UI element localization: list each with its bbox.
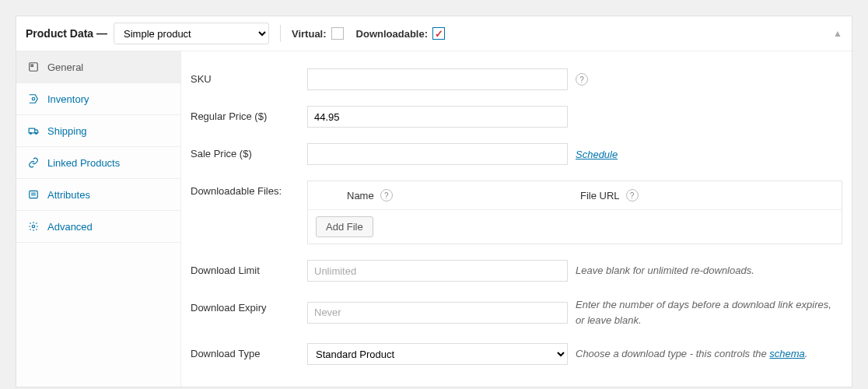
download-expiry-label: Download Expiry [191, 297, 307, 314]
svg-point-9 [32, 225, 35, 228]
row-regular-price: Regular Price ($) [181, 98, 852, 135]
tab-label: Attributes [47, 189, 90, 201]
tab-general[interactable]: General [16, 51, 180, 83]
regular-price-label: Regular Price ($) [191, 106, 307, 122]
tab-linked-products[interactable]: Linked Products [16, 147, 180, 179]
svg-point-2 [32, 97, 35, 100]
row-downloadable-files: Downloadable Files: Name ? File URL ? [181, 173, 852, 252]
schema-link[interactable]: schema [769, 348, 805, 359]
download-type-help: Choose a download type - this controls t… [576, 346, 807, 362]
tab-label: General [47, 61, 83, 73]
panel-header: Product Data — Simple product Virtual: D… [16, 16, 852, 51]
help-icon[interactable]: ? [576, 73, 588, 86]
files-footer: Add File [308, 210, 842, 244]
download-type-label: Download Type [191, 343, 307, 359]
virtual-label: Virtual: [292, 28, 327, 40]
downloadable-checkbox[interactable] [432, 27, 445, 40]
row-sku: SKU ? [181, 61, 852, 98]
downloadable-files-label: Downloadable Files: [191, 180, 307, 197]
help-icon[interactable]: ? [626, 189, 639, 202]
truck-icon [27, 124, 40, 137]
download-type-select[interactable]: Standard Product [307, 343, 568, 365]
wrench-icon [27, 61, 40, 73]
tab-content-general: SKU ? Regular Price ($) Sale Price ($) S… [181, 51, 852, 387]
tab-attributes[interactable]: Attributes [16, 179, 180, 211]
downloadable-checkbox-wrap: Downloadable: [356, 27, 445, 40]
tab-shipping[interactable]: Shipping [16, 115, 180, 147]
downloadable-files-table: Name ? File URL ? Add File [307, 180, 842, 244]
collapse-icon[interactable]: ▲ [833, 28, 842, 39]
col-name-label: Name [347, 190, 374, 202]
sku-label: SKU [191, 68, 307, 85]
sale-price-label: Sale Price ($) [191, 143, 307, 159]
product-type-select[interactable]: Simple product [114, 23, 269, 44]
files-header: Name ? File URL ? [308, 181, 842, 210]
tab-inventory[interactable]: Inventory [16, 83, 180, 115]
tab-label: Advanced [47, 221, 93, 233]
link-icon [27, 156, 40, 169]
svg-rect-3 [29, 128, 35, 133]
regular-price-input[interactable] [307, 106, 568, 128]
virtual-checkbox-wrap: Virtual: [292, 27, 344, 40]
tab-label: Linked Products [47, 157, 120, 169]
tab-advanced[interactable]: Advanced [16, 211, 180, 243]
downloadable-label: Downloadable: [356, 28, 428, 40]
sidebar: General Inventory Shipping Linked Produc… [16, 51, 181, 387]
tab-label: Inventory [47, 93, 89, 105]
clipboard-icon [27, 93, 40, 105]
download-expiry-input[interactable] [307, 302, 568, 324]
panel-body: General Inventory Shipping Linked Produc… [16, 51, 852, 387]
download-limit-help: Leave blank for unlimited re-downloads. [576, 263, 754, 279]
panel-title: Product Data — [26, 27, 107, 40]
product-data-panel: Product Data — Simple product Virtual: D… [16, 16, 852, 387]
add-file-button[interactable]: Add File [316, 216, 373, 237]
row-sale-price: Sale Price ($) Schedule [181, 135, 852, 173]
download-expiry-help: Enter the number of days before a downlo… [576, 297, 840, 328]
download-limit-label: Download Limit [191, 260, 307, 276]
virtual-checkbox[interactable] [331, 27, 344, 40]
list-icon [27, 188, 40, 201]
row-download-limit: Download Limit Leave blank for unlimited… [181, 252, 852, 289]
sale-price-input[interactable] [307, 143, 568, 165]
tab-label: Shipping [47, 125, 87, 137]
help-icon[interactable]: ? [380, 189, 393, 202]
download-limit-input[interactable] [307, 260, 568, 282]
gear-icon [27, 220, 40, 233]
row-download-expiry: Download Expiry Enter the number of days… [181, 289, 852, 335]
col-url-label: File URL [580, 190, 620, 202]
col-url: File URL ? [580, 189, 803, 202]
schedule-link[interactable]: Schedule [576, 149, 618, 160]
row-download-type: Download Type Standard Product Choose a … [181, 335, 852, 373]
svg-rect-1 [31, 65, 33, 66]
col-name: Name ? [347, 189, 580, 202]
sku-input[interactable] [307, 68, 568, 90]
divider [280, 25, 281, 42]
